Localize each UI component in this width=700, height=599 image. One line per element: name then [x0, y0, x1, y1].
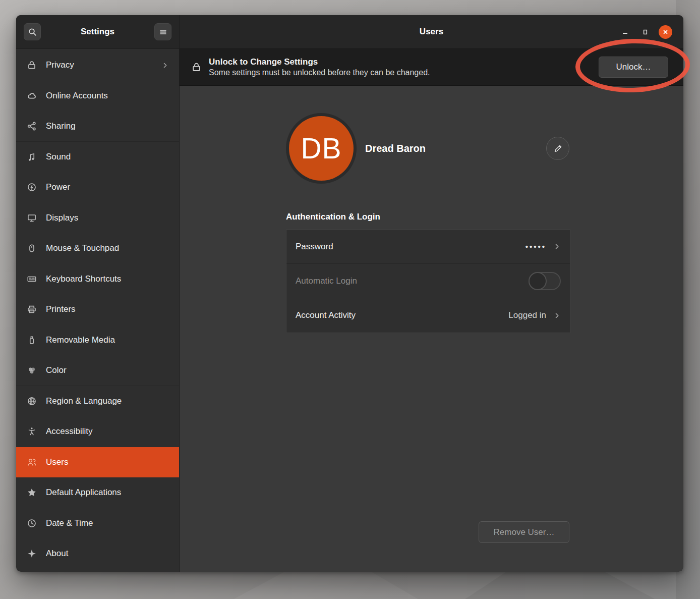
- sidebar-item-accessibility[interactable]: Accessibility: [16, 416, 179, 447]
- sidebar-item-label: Region & Language: [46, 396, 169, 406]
- sidebar-item-date-time[interactable]: Date & Time: [16, 508, 179, 539]
- sidebar-item-label: Privacy: [46, 60, 153, 70]
- sidebar-item-label: Default Applications: [46, 487, 169, 498]
- account-activity-row[interactable]: Account Activity Logged in: [286, 298, 570, 333]
- automatic-login-toggle[interactable]: [529, 272, 561, 290]
- sidebar-item-label: Mouse & Touchpad: [46, 243, 169, 253]
- chevron-right-icon: [553, 312, 561, 319]
- maximize-icon: [641, 28, 650, 36]
- automatic-login-label: Automatic Login: [296, 276, 521, 286]
- banner-subtitle: Some settings must be unlocked before th…: [209, 68, 430, 78]
- sidebar-item-label: Power: [46, 182, 169, 192]
- avatar-ring: DB: [286, 113, 357, 184]
- user-name: Dread Baron: [365, 143, 426, 154]
- page-title: Users: [420, 27, 443, 37]
- search-icon: [28, 27, 37, 37]
- lock-icon: [191, 61, 202, 73]
- sidebar-item-about[interactable]: About: [16, 538, 179, 569]
- sidebar-item-removable-media[interactable]: Removable Media: [16, 325, 179, 356]
- sidebar-item-label: Displays: [46, 213, 169, 223]
- chevron-right-icon: [553, 243, 561, 250]
- sidebar-item-label: Color: [46, 365, 169, 375]
- globe-icon: [26, 396, 37, 407]
- usb-drive-icon: [26, 335, 37, 346]
- color-icon: [26, 365, 37, 376]
- auth-section: Password ••••• Automatic Login Account A…: [286, 229, 570, 333]
- lock-icon: [26, 60, 37, 71]
- sidebar-item-label: Sharing: [46, 121, 169, 131]
- edit-name-button[interactable]: [546, 137, 569, 160]
- display-icon: [26, 212, 37, 224]
- close-button[interactable]: [659, 25, 672, 39]
- menu-button[interactable]: [154, 23, 171, 40]
- user-card: DB Dread Baron: [286, 113, 569, 184]
- hamburger-icon: [158, 27, 168, 37]
- sidebar-item-label: Users: [46, 457, 169, 467]
- chevron-right-icon: [161, 62, 169, 69]
- sidebar-item-label: Online Accounts: [46, 91, 169, 101]
- sidebar-item-label: Sound: [46, 152, 169, 162]
- sidebar-item-online-accounts[interactable]: Online Accounts: [16, 81, 179, 112]
- automatic-login-row: Automatic Login: [286, 264, 570, 298]
- desktop-background: Settings Privacy Online Accounts: [0, 0, 700, 599]
- maximize-button[interactable]: [638, 25, 652, 39]
- unlock-banner: Unlock to Change Settings Some settings …: [180, 49, 683, 86]
- star-icon: [26, 487, 37, 498]
- banner-title: Unlock to Change Settings: [209, 57, 430, 67]
- sidebar-item-color[interactable]: Color: [16, 355, 179, 386]
- minimize-icon: [621, 28, 629, 36]
- sidebar-header: Settings: [16, 15, 179, 49]
- password-value: •••••: [526, 242, 546, 251]
- sidebar-item-keyboard-shortcuts[interactable]: Keyboard Shortcuts: [16, 264, 179, 295]
- sidebar-item-mouse-touchpad[interactable]: Mouse & Touchpad: [16, 233, 179, 264]
- keyboard-icon: [26, 274, 37, 285]
- share-icon: [26, 121, 37, 132]
- sidebar-item-users[interactable]: Users: [16, 447, 179, 478]
- cloud-icon: [26, 90, 37, 101]
- password-row[interactable]: Password •••••: [286, 230, 570, 264]
- sidebar: Settings Privacy Online Accounts: [16, 15, 180, 572]
- sidebar-list: Privacy Online Accounts Sharing: [16, 49, 179, 572]
- password-label: Password: [296, 242, 518, 252]
- auth-section-heading: Authentication & Login: [286, 212, 569, 222]
- avatar: DB: [289, 116, 354, 181]
- search-button[interactable]: [24, 23, 41, 40]
- power-icon: [26, 182, 37, 193]
- titlebar[interactable]: Users: [180, 15, 683, 49]
- music-note-icon: [26, 151, 37, 162]
- pencil-icon: [553, 144, 563, 153]
- account-activity-value: Logged in: [508, 310, 546, 320]
- sidebar-item-printers[interactable]: Printers: [16, 294, 179, 325]
- sidebar-item-privacy[interactable]: Privacy: [16, 50, 179, 81]
- sidebar-item-sharing[interactable]: Sharing: [16, 111, 179, 142]
- clock-icon: [26, 518, 37, 529]
- sidebar-item-region-language[interactable]: Region & Language: [16, 386, 179, 417]
- toggle-knob: [529, 272, 547, 290]
- close-icon: [661, 28, 670, 36]
- sidebar-item-label: Printers: [46, 304, 169, 314]
- settings-window: Settings Privacy Online Accounts: [16, 15, 683, 572]
- unlock-button[interactable]: Unlock…: [599, 57, 668, 78]
- users-content: DB Dread Baron Authentication & Login Pa…: [180, 86, 683, 572]
- sidebar-item-label: Keyboard Shortcuts: [46, 274, 169, 284]
- mouse-icon: [26, 243, 37, 254]
- printer-icon: [26, 304, 37, 315]
- account-activity-label: Account Activity: [296, 310, 501, 320]
- sidebar-item-label: Date & Time: [46, 518, 169, 528]
- window-controls: [618, 15, 672, 48]
- accessibility-icon: [26, 426, 37, 437]
- users-icon: [26, 457, 37, 468]
- sidebar-item-sound[interactable]: Sound: [16, 142, 179, 173]
- app-title: Settings: [41, 27, 154, 37]
- remove-user-button[interactable]: Remove User…: [479, 521, 569, 543]
- sidebar-item-displays[interactable]: Displays: [16, 203, 179, 234]
- main-pane: Users Unlock to Change Settings Some set…: [180, 15, 683, 572]
- sparkle-icon: [26, 548, 37, 559]
- sidebar-item-label: Accessibility: [46, 426, 169, 437]
- sidebar-item-label: About: [46, 549, 169, 559]
- sidebar-item-label: Removable Media: [46, 335, 169, 345]
- sidebar-item-default-applications[interactable]: Default Applications: [16, 477, 179, 508]
- sidebar-item-power[interactable]: Power: [16, 172, 179, 203]
- minimize-button[interactable]: [618, 25, 632, 39]
